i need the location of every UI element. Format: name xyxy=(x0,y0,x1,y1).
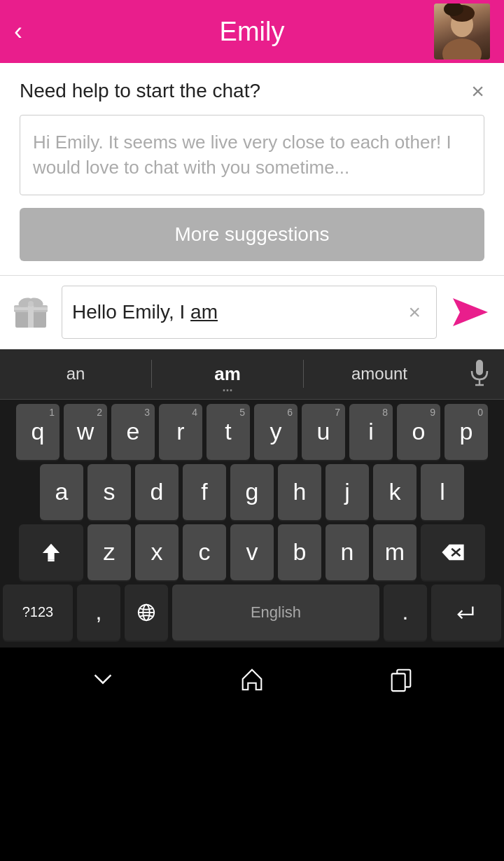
key-y[interactable]: y6 xyxy=(254,404,298,460)
key-i[interactable]: i8 xyxy=(349,404,393,460)
svg-marker-22 xyxy=(243,669,262,690)
key-p[interactable]: p0 xyxy=(444,404,488,460)
key-w[interactable]: w2 xyxy=(64,404,107,460)
svg-marker-15 xyxy=(43,544,59,559)
autocomplete-amount[interactable]: amount xyxy=(304,349,455,399)
suggestion-text: Hi Emily. It seems we live very close to… xyxy=(33,130,471,181)
key-r[interactable]: r4 xyxy=(159,404,202,460)
key-t[interactable]: t5 xyxy=(206,404,250,460)
comma-key[interactable]: , xyxy=(77,584,120,640)
key-g[interactable]: g xyxy=(230,464,274,520)
key-b[interactable]: b xyxy=(278,524,321,580)
avatar[interactable] xyxy=(434,4,490,59)
key-rows: q1 w2 e3 r4 t5 y6 u7 i8 o9 p0 a s d f g … xyxy=(0,400,504,648)
avatar-image xyxy=(434,4,490,59)
message-text: Hello Emily, I am xyxy=(72,301,402,323)
key-v[interactable]: v xyxy=(230,524,274,580)
svg-rect-24 xyxy=(392,673,405,691)
suggestion-text-box[interactable]: Hi Emily. It seems we live very close to… xyxy=(20,115,484,195)
shift-key[interactable] xyxy=(19,524,83,580)
svg-rect-7 xyxy=(14,307,48,310)
header: ‹ Emily xyxy=(0,0,504,63)
page-title: Emily xyxy=(220,17,285,47)
key-l[interactable]: l xyxy=(421,464,464,520)
input-area: Hello Emily, I am × xyxy=(0,276,504,349)
close-suggestion-button[interactable]: × xyxy=(471,80,484,102)
enter-key[interactable] xyxy=(431,584,501,640)
key-m[interactable]: m xyxy=(373,524,416,580)
underlined-text: am xyxy=(190,301,218,323)
delete-key[interactable] xyxy=(421,524,485,580)
key-n[interactable]: n xyxy=(326,524,369,580)
period-key[interactable]: . xyxy=(384,584,427,640)
key-x[interactable]: x xyxy=(135,524,178,580)
key-j[interactable]: j xyxy=(326,464,369,520)
autocomplete-am[interactable]: am ... xyxy=(152,349,303,399)
key-u[interactable]: u7 xyxy=(302,404,345,460)
key-q[interactable]: q1 xyxy=(16,404,59,460)
svg-rect-12 xyxy=(476,360,483,375)
suggestion-header: Need help to start the chat? × xyxy=(20,80,484,102)
key-e[interactable]: e3 xyxy=(111,404,155,460)
back-button[interactable]: ‹ xyxy=(14,17,49,46)
chevron-down-icon xyxy=(90,666,116,692)
key-s[interactable]: s xyxy=(88,464,131,520)
home-icon xyxy=(239,666,265,692)
bottom-nav xyxy=(0,648,504,710)
globe-icon xyxy=(136,603,156,622)
suggestion-area: Need help to start the chat? × Hi Emily.… xyxy=(0,63,504,276)
message-input[interactable]: Hello Emily, I am × xyxy=(62,286,437,339)
numbers-key[interactable]: ?123 xyxy=(3,584,73,640)
key-row-4: ?123 , English . xyxy=(3,584,501,640)
gift-button[interactable] xyxy=(8,290,53,335)
globe-key[interactable] xyxy=(125,584,168,640)
nav-back-button[interactable] xyxy=(75,651,131,707)
key-c[interactable]: c xyxy=(183,524,226,580)
svg-marker-11 xyxy=(453,298,488,326)
send-button[interactable] xyxy=(445,288,496,336)
key-d[interactable]: d xyxy=(135,464,178,520)
recent-apps-icon xyxy=(388,666,414,692)
clear-input-button[interactable]: × xyxy=(402,298,426,327)
key-row-2: a s d f g h j k l xyxy=(3,464,501,520)
nav-home-button[interactable] xyxy=(224,651,280,707)
gift-icon xyxy=(11,293,50,332)
autocomplete-an[interactable]: an xyxy=(0,349,151,399)
key-row-3: z x c v b n m xyxy=(3,524,501,580)
key-a[interactable]: a xyxy=(40,464,83,520)
autocomplete-dots: ... xyxy=(222,380,232,395)
key-f[interactable]: f xyxy=(183,464,226,520)
suggestion-title: Need help to start the chat? xyxy=(20,80,260,102)
svg-point-1 xyxy=(442,38,482,59)
svg-rect-16 xyxy=(48,559,54,561)
keyboard: an am ... amount q1 w2 e3 r4 t5 y6 u7 xyxy=(0,349,504,648)
enter-icon xyxy=(453,603,479,622)
key-row-1: q1 w2 e3 r4 t5 y6 u7 i8 o9 p0 xyxy=(3,404,501,460)
space-key[interactable]: English xyxy=(172,584,379,640)
key-z[interactable]: z xyxy=(88,524,131,580)
send-icon xyxy=(449,295,491,330)
mic-button[interactable] xyxy=(455,360,504,388)
key-k[interactable]: k xyxy=(373,464,416,520)
key-o[interactable]: o9 xyxy=(397,404,440,460)
svg-point-10 xyxy=(28,301,34,307)
autocomplete-row: an am ... amount xyxy=(0,349,504,400)
mic-icon xyxy=(469,360,490,388)
nav-recent-button[interactable] xyxy=(373,651,429,707)
more-suggestions-button[interactable]: More suggestions xyxy=(20,208,484,261)
key-h[interactable]: h xyxy=(278,464,321,520)
